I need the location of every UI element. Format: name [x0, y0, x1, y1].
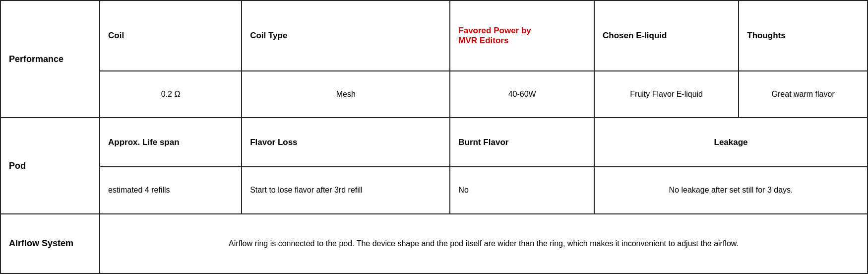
chosen-eliquid-value: Fruity Flavor E-liquid	[594, 71, 739, 118]
pod-row-header: Pod	[0, 118, 100, 213]
approx-lifespan-column-header: Approx. Life span	[100, 118, 242, 167]
thoughts-column-header: Thoughts	[739, 0, 868, 71]
flavor-loss-value: Start to lose flavor after 3rd refill	[242, 167, 450, 214]
leakage-value: No leakage after set still for 3 days.	[594, 167, 868, 214]
thoughts-value: Great warm flavor	[739, 71, 868, 118]
burnt-flavor-value: No	[450, 167, 594, 214]
airflow-description: Airflow ring is connected to the pod. Th…	[100, 214, 868, 274]
coil-type-value: Mesh	[242, 71, 450, 118]
flavor-loss-column-header: Flavor Loss	[242, 118, 450, 167]
coil-column-header: Coil	[100, 0, 242, 71]
airflow-row-header: Airflow System	[0, 214, 100, 274]
coil-type-column-header: Coil Type	[242, 0, 450, 71]
performance-row-header: Performance	[0, 0, 100, 118]
approx-lifespan-value: estimated 4 refills	[100, 167, 242, 214]
burnt-flavor-column-header: Burnt Flavor	[450, 118, 594, 167]
favored-power-column-header: Favored Power byMVR Editors	[450, 0, 594, 71]
chosen-eliquid-column-header: Chosen E-liquid	[594, 0, 739, 71]
coil-value: 0.2 Ω	[100, 71, 242, 118]
favored-power-value: 40-60W	[450, 71, 594, 118]
leakage-column-header: Leakage	[594, 118, 868, 167]
